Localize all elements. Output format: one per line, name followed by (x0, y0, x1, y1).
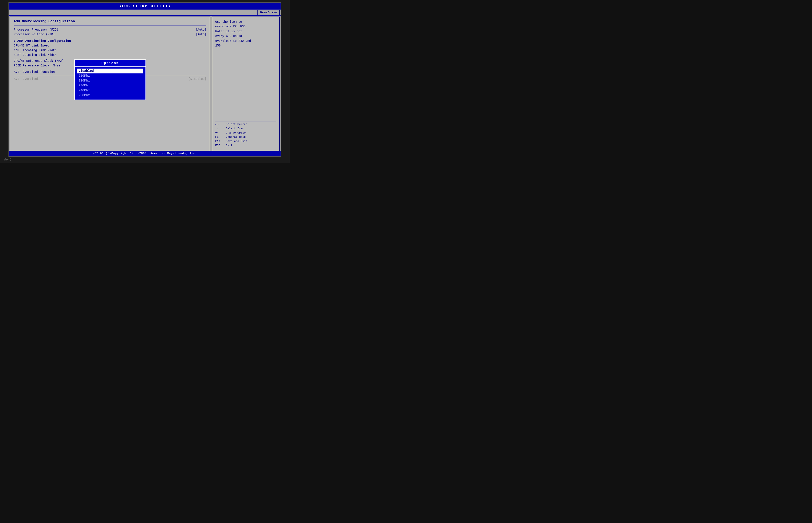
footer-bar: v02.61 (C)Copyright 1985-2006, American … (9, 151, 281, 156)
key-select-item: ↑↓ Select Item (215, 127, 276, 130)
key-f10-desc: Save and Exit (226, 140, 247, 143)
footer-text: v02.61 (C)Copyright 1985-2006, American … (93, 152, 197, 155)
main-area: AMD Overclocking Configuration Processor… (9, 16, 281, 152)
cpu-nb-ht-link-speed[interactable]: CPU-NB HT Link Speed (14, 44, 206, 47)
processor-voltage-row: Processor Voltage (VID) [Auto] (14, 33, 206, 36)
key-f1-desc: General Help (226, 136, 246, 139)
help-text: Use the item to overclock CPU FSB Note: … (215, 20, 276, 118)
key-f1-sym: F1 (215, 136, 226, 139)
key-legend: ←→ Select Screen ↑↓ Select Item +- Chang… (215, 120, 276, 148)
ncht-outgoing-link-width[interactable]: ncHT Outgoing Link Width (14, 53, 206, 57)
key-esc-desc: Exit (226, 144, 232, 147)
amd-overclocking-arrow-item[interactable]: ▶ AMD Overclocking Configuration (14, 39, 206, 43)
left-panel: AMD Overclocking Configuration Processor… (10, 17, 210, 151)
key-f10: F10 Save and Exit (215, 140, 276, 143)
option-220mhz[interactable]: 220Mhz (77, 78, 143, 83)
key-change-option-desc: Change Option (226, 131, 247, 134)
processor-voltage-label: Processor Voltage (VID) (14, 33, 55, 36)
section-divider (14, 25, 206, 25)
option-disabled[interactable]: Disabled (77, 69, 143, 73)
key-esc-sym: ESC (215, 144, 226, 147)
tab-overdrive[interactable]: OverDrive (258, 10, 280, 15)
key-plusminus: +- (215, 131, 226, 134)
ai-overclock-value[interactable]: [Disabled] (189, 77, 206, 81)
processor-frequency-row: Processor Frequency (FID) [Auto] (14, 28, 206, 31)
key-arrows-lr: ←→ (215, 123, 226, 126)
processor-frequency-value[interactable]: [Auto] (196, 28, 206, 31)
ncht-incoming-link-width[interactable]: ncHT Incoming Link Width (14, 49, 206, 52)
key-divider (215, 121, 276, 122)
key-arrows-ud: ↑↓ (215, 127, 226, 130)
right-panel: Use the item to overclock CPU FSB Note: … (212, 17, 280, 151)
key-select-item-desc: Select Item (226, 127, 244, 130)
ai-overclock-label[interactable]: A.I. Overclock (14, 77, 39, 81)
option-240mhz[interactable]: 240Mhz (77, 88, 143, 93)
key-f10-sym: F10 (215, 140, 226, 143)
key-esc: ESC Exit (215, 144, 276, 147)
option-230mhz[interactable]: 230Mhz (77, 83, 143, 88)
key-change-option: +- Change Option (215, 131, 276, 134)
processor-frequency-label: Processor Frequency (FID) (14, 28, 58, 31)
options-header: Options (75, 60, 146, 67)
section-title: AMD Overclocking Configuration (14, 20, 206, 23)
processor-voltage-value[interactable]: [Auto] (196, 33, 206, 36)
options-popup: Options Disabled 210Mhz 220Mhz 230Mhz 24… (74, 59, 146, 100)
tab-row: OverDrive (9, 10, 281, 16)
option-210mhz[interactable]: 210Mhz (77, 73, 143, 78)
key-f1: F1 General Help (215, 136, 276, 139)
key-select-screen: ←→ Select Screen (215, 123, 276, 126)
option-250mhz[interactable]: 250Mhz (77, 93, 143, 98)
options-list: Disabled 210Mhz 220Mhz 230Mhz 240Mhz 250… (75, 67, 146, 100)
bios-title: BIOS SETUP UTILITY (118, 4, 171, 8)
amd-overclocking-subsection: ▶ AMD Overclocking Configuration CPU-NB … (14, 39, 206, 57)
brand-label: BenQ (4, 158, 12, 161)
title-bar: BIOS SETUP UTILITY (9, 3, 281, 10)
bios-screen: BIOS SETUP UTILITY OverDrive AMD Overclo… (8, 2, 281, 157)
key-select-screen-desc: Select Screen (226, 123, 247, 126)
